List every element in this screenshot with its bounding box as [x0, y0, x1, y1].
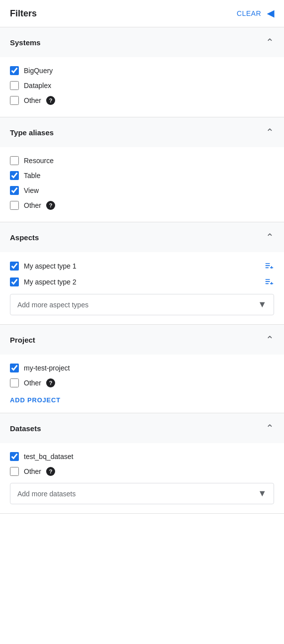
aspect-type-1-checkbox[interactable]	[10, 262, 19, 271]
view-label: View	[24, 186, 39, 194]
list-item: Other ?	[10, 375, 274, 390]
type-aliases-other-label: Other	[24, 201, 41, 209]
list-item: my-test-project	[10, 361, 274, 375]
svg-rect-7	[266, 283, 269, 284]
project-other-checkbox[interactable]	[10, 378, 19, 387]
bigquery-label: BigQuery	[24, 67, 53, 75]
resource-label: Resource	[24, 157, 54, 165]
datasets-other-label: Other	[24, 467, 41, 475]
list-item: BigQuery	[10, 63, 274, 78]
aspect-type-2-checkbox[interactable]	[10, 277, 19, 286]
list-item: Table	[10, 168, 274, 183]
systems-section-header[interactable]: Systems ⌃	[0, 27, 284, 57]
project-section-header[interactable]: Project ⌃	[0, 325, 284, 355]
test-bq-dataset-checkbox[interactable]	[10, 452, 19, 461]
svg-rect-0	[266, 263, 270, 264]
header-actions: CLEAR ◀	[237, 8, 274, 19]
type-aliases-other-help-icon[interactable]: ?	[46, 201, 55, 210]
datasets-chevron-icon: ⌃	[266, 422, 274, 434]
aspects-chevron-icon: ⌃	[266, 231, 274, 243]
systems-section-title: Systems	[10, 38, 41, 47]
svg-rect-4	[270, 268, 274, 269]
datasets-section: Datasets ⌃ test_bq_dataset Other ? Add m…	[0, 413, 284, 514]
systems-other-help-icon[interactable]: ?	[46, 96, 55, 105]
list-item: Other ?	[10, 464, 274, 479]
list-item: My aspect type 1	[10, 258, 274, 274]
bigquery-checkbox[interactable]	[10, 66, 19, 75]
aspects-section-title: Aspects	[10, 233, 39, 242]
type-aliases-chevron-icon: ⌃	[266, 126, 274, 138]
clear-button[interactable]: CLEAR	[237, 9, 261, 17]
project-chevron-icon: ⌃	[266, 334, 274, 346]
type-aliases-section-title: Type aliases	[10, 128, 54, 137]
systems-section: Systems ⌃ BigQuery Dataplex Other ?	[0, 27, 284, 117]
add-project-button[interactable]: ADD PROJECT	[10, 396, 61, 404]
add-aspect-types-dropdown[interactable]: Add more aspect types ▼	[10, 294, 274, 315]
dropdown-arrow-icon: ▼	[258, 299, 267, 310]
my-test-project-label: my-test-project	[24, 364, 70, 372]
datasets-section-title: Datasets	[10, 424, 41, 433]
add-aspect-types-label: Add more aspect types	[17, 301, 88, 309]
table-checkbox[interactable]	[10, 171, 19, 180]
filter-header: Filters CLEAR ◀	[0, 0, 284, 27]
resource-checkbox[interactable]	[10, 156, 19, 165]
project-section-title: Project	[10, 336, 35, 344]
add-datasets-dropdown[interactable]: Add more datasets ▼	[10, 483, 274, 504]
project-section-content: my-test-project Other ? ADD PROJECT	[0, 355, 284, 413]
svg-rect-2	[266, 268, 269, 269]
collapse-panel-icon[interactable]: ◀	[267, 8, 274, 19]
svg-rect-5	[266, 279, 270, 280]
svg-rect-6	[266, 281, 270, 282]
systems-chevron-icon: ⌃	[266, 36, 274, 48]
add-datasets-label: Add more datasets	[17, 490, 76, 498]
type-aliases-section-content: Resource Table View Other ?	[0, 147, 284, 222]
list-item: Dataplex	[10, 78, 274, 93]
aspects-section: Aspects ⌃ My aspect type 1	[0, 222, 284, 325]
svg-rect-1	[266, 265, 270, 266]
project-other-label: Other	[24, 379, 41, 387]
systems-other-checkbox[interactable]	[10, 96, 19, 105]
dataplex-label: Dataplex	[24, 82, 51, 90]
datasets-section-content: test_bq_dataset Other ? Add more dataset…	[0, 443, 284, 513]
type-aliases-other-checkbox[interactable]	[10, 201, 19, 210]
view-checkbox[interactable]	[10, 186, 19, 195]
aspect-type-1-action-icon[interactable]	[264, 261, 274, 271]
page-title: Filters	[10, 8, 37, 19]
aspect-type-1-label: My aspect type 1	[24, 262, 76, 270]
datasets-other-help-icon[interactable]: ?	[46, 467, 55, 476]
aspect-type-2-label: My aspect type 2	[24, 278, 76, 286]
systems-other-label: Other	[24, 96, 41, 104]
test-bq-dataset-label: test_bq_dataset	[24, 453, 73, 460]
type-aliases-section: Type aliases ⌃ Resource Table View Other…	[0, 117, 284, 222]
datasets-section-header[interactable]: Datasets ⌃	[0, 413, 284, 443]
table-label: Table	[24, 172, 40, 180]
project-other-help-icon[interactable]: ?	[46, 378, 55, 387]
project-section: Project ⌃ my-test-project Other ? ADD PR…	[0, 325, 284, 413]
systems-section-content: BigQuery Dataplex Other ?	[0, 57, 284, 117]
aspect-type-2-action-icon[interactable]	[264, 277, 274, 287]
list-item: My aspect type 2	[10, 274, 274, 290]
datasets-other-checkbox[interactable]	[10, 467, 19, 476]
my-test-project-checkbox[interactable]	[10, 364, 19, 372]
aspects-section-content: My aspect type 1 My aspect type	[0, 252, 284, 324]
aspects-section-header[interactable]: Aspects ⌃	[0, 222, 284, 252]
type-aliases-section-header[interactable]: Type aliases ⌃	[0, 117, 284, 147]
dataplex-checkbox[interactable]	[10, 81, 19, 90]
svg-rect-9	[270, 283, 274, 284]
datasets-dropdown-arrow-icon: ▼	[258, 488, 267, 499]
list-item: test_bq_dataset	[10, 449, 274, 464]
list-item: Other ?	[10, 93, 274, 108]
list-item: View	[10, 183, 274, 198]
list-item: Other ?	[10, 198, 274, 213]
list-item: Resource	[10, 153, 274, 168]
